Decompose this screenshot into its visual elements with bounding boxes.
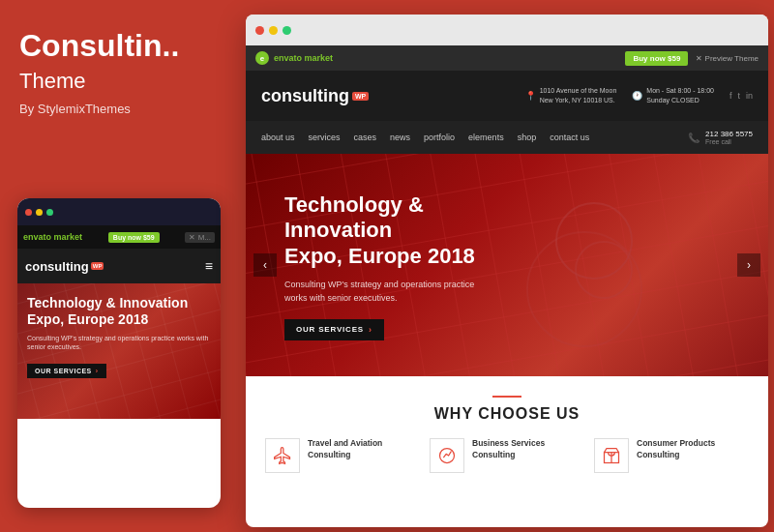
hours-icon: 🕐 [632,91,642,101]
site-envato-logo-group: e envato market [255,51,333,65]
business-card-label: Business ServicesConsulting [472,438,545,461]
travel-card-label: Travel and AviationConsulting [308,438,382,461]
why-card-consumer: Consumer ProductsConsulting [594,438,749,473]
why-title: WHY CHOOSE US [265,405,749,423]
mobile-dot-green [46,209,53,216]
why-cards: Travel and AviationConsulting Business S… [265,438,749,473]
site-menu-bar: about us services cases news portfolio e… [246,121,768,154]
mobile-dot-red [25,209,32,216]
browser-chrome [246,15,768,45]
hero-next-button[interactable]: › [737,253,760,277]
menu-item-shop[interactable]: shop [518,133,537,142]
site-envato-bar: e envato market Buy now $59 ✕ Preview Th… [246,45,768,71]
browser-content: e envato market Buy now $59 ✕ Preview Th… [246,45,768,527]
mobile-hero-content: Technology & Innovation Expo, Europe 201… [27,295,211,378]
box-icon [602,446,621,465]
menu-item-cases[interactable]: cases [354,133,377,142]
site-preview-button[interactable]: ✕ Preview Theme [696,54,759,63]
hero-circle-3 [575,241,633,299]
site-hero: ‹ › Technology & InnovationExpo, Europe … [246,154,768,376]
mobile-hamburger-icon[interactable]: ≡ [205,258,213,274]
product-title: Consultin.. [19,29,221,63]
menu-item-services[interactable]: services [309,133,341,142]
consumer-icon-box [594,438,629,473]
site-buy-button[interactable]: Buy now $59 [625,51,688,66]
business-icon-box [430,438,464,473]
menu-item-elements[interactable]: elements [468,133,504,142]
site-address-text: 1010 Avenue of the Moon New York, NY 100… [540,86,617,105]
site-hours: 🕐 Mon - Sat 8:00 - 18:00 Sunday CLOSED [632,86,714,105]
browser-dot-red[interactable] [255,26,264,35]
envato-circle-icon: e [255,51,269,65]
address-line2: New York, NY 10018 US. [540,96,617,105]
hours-line2: Sunday CLOSED [646,96,714,105]
travel-icon-box [265,438,300,473]
mobile-topbar [17,198,221,225]
why-card-business: Business ServicesConsulting [430,438,584,473]
mobile-buy-button[interactable]: Buy now $59 [108,232,160,243]
mobile-close-button[interactable]: ✕ M... [185,232,215,243]
site-hours-text: Mon - Sat 8:00 - 18:00 Sunday CLOSED [646,86,714,105]
mobile-preview: envato market Buy now $59 ✕ M... consult… [17,198,221,508]
twitter-icon[interactable]: t [737,91,740,101]
phone-number: 212 386 5575 [705,130,753,138]
site-envato-actions: Buy now $59 ✕ Preview Theme [625,51,759,66]
instagram-icon[interactable]: in [746,91,753,101]
site-envato-label: envato market [274,53,333,63]
address-line1: 1010 Avenue of the Moon [540,86,617,96]
mobile-logo: consulting WP [25,259,104,274]
mobile-hero: Technology & Innovation Expo, Europe 201… [17,283,221,419]
browser-dot-green[interactable] [283,26,291,35]
mobile-envato-bar: envato market Buy now $59 ✕ M... [17,225,221,249]
hero-content: Technology & InnovationExpo, Europe 2018… [246,154,555,376]
phone-box: 📞 212 386 5575 Free call [688,130,753,145]
hours-line1: Mon - Sat 8:00 - 18:00 [646,86,714,96]
mobile-logo-text: consulting [25,259,89,274]
left-panel: Consultin.. Theme By StylemixThemes enva… [0,0,240,532]
product-author: By StylemixThemes [19,102,221,116]
mobile-hero-btn-arrow: › [96,368,99,374]
hero-desc: Consulting WP's strategy and operations … [284,279,517,305]
menu-item-about[interactable]: about us [261,133,295,142]
why-section: WHY CHOOSE US Travel and AviationConsult… [246,376,768,483]
hero-btn-label: OUR SERVICES [296,325,364,334]
address-icon: 📍 [525,91,536,101]
why-card-travel: Travel and AviationConsulting [265,438,420,473]
site-address: 📍 1010 Avenue of the Moon New York, NY 1… [525,86,617,105]
browser-window: e envato market Buy now $59 ✕ Preview Th… [246,15,768,527]
menu-item-news[interactable]: news [390,133,410,142]
hero-cta-button[interactable]: OUR SERVICES › [284,319,384,340]
chart-icon [437,446,457,465]
site-nav-bar: consulting WP 📍 1010 Avenue of the Moon … [246,71,768,121]
mobile-nav: consulting WP ≡ [17,249,221,283]
browser-dot-yellow[interactable] [269,26,278,35]
hero-btn-arrow-icon: › [369,325,372,335]
hero-prev-button[interactable]: ‹ [253,253,277,277]
menu-item-portfolio[interactable]: portfolio [424,133,455,142]
svg-point-0 [440,449,455,463]
hero-title: Technology & InnovationExpo, Europe 2018 [284,192,517,269]
mobile-hero-title: Technology & Innovation Expo, Europe 201… [27,295,211,328]
social-icons: f t in [729,91,753,101]
mobile-envato-logo: envato market [23,232,82,242]
mobile-hero-desc: Consulting WP's strategy and operations … [27,334,211,353]
consumer-card-label: Consumer ProductsConsulting [637,438,715,461]
mobile-dot-yellow [36,209,43,216]
site-logo-badge: WP [352,92,369,101]
facebook-icon[interactable]: f [729,91,732,101]
site-contact-info: 📍 1010 Avenue of the Moon New York, NY 1… [525,86,753,105]
site-logo: consulting WP [261,86,369,106]
menu-item-contact[interactable]: contact us [550,133,589,142]
mobile-hero-button[interactable]: OUR SERVICES › [27,364,106,378]
why-divider [492,396,521,398]
site-menu-items: about us services cases news portfolio e… [261,133,589,142]
site-logo-text: consulting [261,86,349,106]
mobile-logo-badge: WP [91,262,104,270]
phone-label: Free call [705,138,753,145]
plane-icon [273,446,292,465]
product-subtitle: Theme [19,69,221,94]
phone-icon: 📞 [688,133,700,143]
